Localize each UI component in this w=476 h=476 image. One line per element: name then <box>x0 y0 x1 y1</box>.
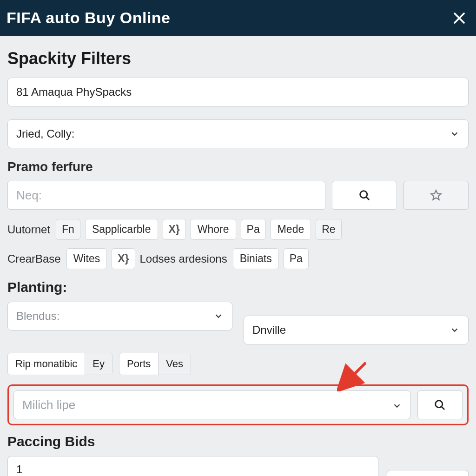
search-icon <box>358 189 371 202</box>
chevron-down-icon <box>213 311 224 321</box>
planting-right-select[interactable]: Dnville <box>244 316 469 344</box>
chevron-down-icon <box>450 129 460 139</box>
tag-x1[interactable]: X} <box>163 219 186 240</box>
tag-biniats[interactable]: Biniats <box>233 248 279 269</box>
tag-fn[interactable]: Fn <box>56 219 80 240</box>
favorite-button[interactable] <box>403 181 469 210</box>
bids-row: 1 Spare: <box>7 456 469 476</box>
svg-line-5 <box>442 407 444 410</box>
app-header: FIFA auto Buy Online <box>0 0 476 36</box>
planting-left-placeholder: Blendus: <box>16 310 60 323</box>
tag-row-1-label: Uutornet <box>7 223 51 236</box>
bids-heading: Paccing Bids <box>7 434 469 450</box>
tag-row-2: CrearBase Wites X} Lodses ardesions Bini… <box>7 248 469 269</box>
x-icon: X} <box>118 252 129 265</box>
close-button[interactable] <box>449 8 469 28</box>
tag-wites[interactable]: Wites <box>66 248 107 269</box>
star-icon <box>430 189 443 202</box>
content-area: Spackity Filters 81 Amaqua PhySpacks Jri… <box>0 36 476 476</box>
search-input[interactable]: Neq: <box>7 181 325 210</box>
tag-re[interactable]: Re <box>316 219 341 240</box>
bids-input[interactable]: 1 <box>7 456 378 476</box>
close-icon <box>452 11 466 25</box>
search-button[interactable] <box>332 181 397 210</box>
tag-sapplicarble[interactable]: Sapplicarble <box>85 219 158 240</box>
chip-ves[interactable]: Ves <box>158 353 191 375</box>
tag-pa2[interactable]: Pa <box>284 248 309 269</box>
svg-line-3 <box>344 364 365 385</box>
tag-x2[interactable]: X} <box>112 248 135 269</box>
svg-marker-2 <box>431 191 441 200</box>
svg-line-1 <box>366 197 369 200</box>
bids-spare-select[interactable]: Spare: <box>387 470 469 476</box>
filters-heading: Spackity Filters <box>7 49 469 68</box>
annotation-arrow <box>337 361 370 393</box>
highlight-search-button[interactable] <box>417 390 463 419</box>
tag-pa1[interactable]: Pa <box>241 219 266 240</box>
tag-lodses-label: Lodses ardesions <box>140 252 228 265</box>
x-icon: X} <box>169 223 180 236</box>
chip-group-2: Ports Ves <box>119 353 191 375</box>
tag-area: Uutornet Fn Sapplicarble X} Whore Pa Med… <box>7 219 469 269</box>
chevron-down-icon <box>450 325 460 335</box>
chip-group-1: Rip monatibic Ey <box>7 353 112 375</box>
filter-select-1[interactable]: Jried, Colly: <box>7 119 469 148</box>
tag-mede[interactable]: Mede <box>271 219 311 240</box>
planting-heading: Planting: <box>7 279 469 295</box>
tag-row-2-label: CrearBase <box>7 252 62 265</box>
search-row: Neq: <box>7 181 469 210</box>
chip-ports[interactable]: Ports <box>119 353 158 375</box>
filter-text-1-value: 81 Amaqua PhySpacks <box>16 86 132 99</box>
planting-row: Blendus: Dnville <box>7 302 469 344</box>
filter-select-1-value: Jried, Colly: <box>16 127 74 140</box>
chip-rip[interactable]: Rip monatibic <box>8 353 85 375</box>
planting-left-select[interactable]: Blendus: <box>7 302 232 331</box>
highlight-select-placeholder: Milich lipe <box>22 398 75 412</box>
tag-whore[interactable]: Whore <box>191 219 236 240</box>
pramo-heading: Pramo ferfure <box>7 159 469 174</box>
planting-right-value: Dnville <box>252 324 286 337</box>
bids-value: 1 <box>16 463 22 476</box>
chip-ey[interactable]: Ey <box>85 353 112 375</box>
tag-row-1: Uutornet Fn Sapplicarble X} Whore Pa Med… <box>7 219 469 240</box>
filter-text-1[interactable]: 81 Amaqua PhySpacks <box>7 78 469 106</box>
chip-row: Rip monatibic Ey Ports Ves <box>7 353 469 375</box>
chevron-down-icon <box>392 400 402 410</box>
search-icon <box>433 398 446 411</box>
highlighted-select-row: Milich lipe <box>7 384 469 425</box>
highlight-select[interactable]: Milich lipe <box>13 390 411 419</box>
search-input-placeholder: Neq: <box>16 188 42 203</box>
app-title: FIFA auto Buy Online <box>7 9 171 27</box>
